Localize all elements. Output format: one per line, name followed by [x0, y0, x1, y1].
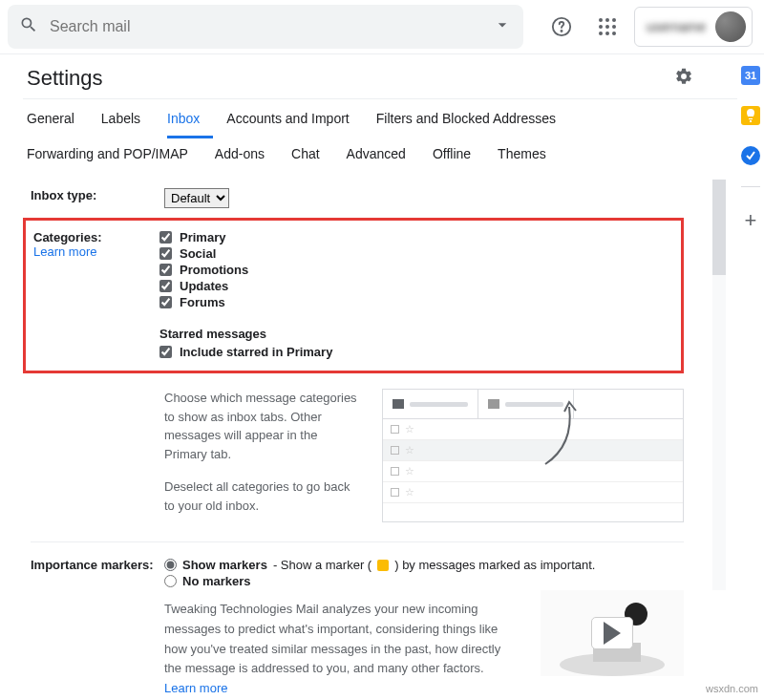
- category-social-label: Social: [180, 246, 216, 261]
- side-divider: [741, 186, 760, 187]
- svg-point-3: [605, 18, 609, 22]
- importance-learn-more-link[interactable]: Learn more: [164, 681, 227, 695]
- inbox-icon: [393, 399, 404, 409]
- tab-advanced[interactable]: Advanced: [347, 138, 419, 171]
- category-social-checkbox[interactable]: [159, 247, 172, 260]
- search-box[interactable]: [8, 5, 523, 49]
- svg-point-8: [599, 32, 603, 35]
- show-markers-text-2: ) by messages marked as important.: [394, 558, 595, 572]
- starred-heading: Starred messages: [159, 327, 673, 341]
- top-bar: username: [0, 0, 764, 53]
- svg-point-7: [612, 25, 616, 29]
- gear-icon[interactable]: [674, 67, 693, 90]
- tab-themes[interactable]: Themes: [498, 138, 560, 171]
- svg-point-2: [599, 18, 603, 22]
- play-icon: [604, 622, 621, 645]
- importance-marker-icon: [377, 560, 389, 571]
- categories-list: Primary Social Promotions Updates Forums: [159, 230, 673, 309]
- show-markers-label: Show markers: [182, 558, 267, 572]
- category-updates-checkbox[interactable]: [159, 280, 172, 292]
- side-panel: 31 +: [737, 54, 764, 700]
- importance-row: Importance markers: Show markers - Show …: [31, 552, 684, 700]
- settings-header: Settings: [23, 54, 737, 98]
- tab-general[interactable]: General: [27, 103, 88, 138]
- help-icon[interactable]: [542, 8, 581, 46]
- page-title: Settings: [27, 66, 103, 91]
- preview-tab-primary: [383, 390, 478, 418]
- preview-row: ☆: [383, 482, 683, 503]
- inbox-type-label: Inbox type:: [31, 188, 164, 202]
- svg-point-4: [612, 18, 616, 22]
- people-icon: [488, 399, 499, 409]
- show-markers-radio[interactable]: [164, 559, 177, 571]
- search-icon: [19, 15, 38, 38]
- categories-label: Categories:: [33, 230, 159, 244]
- tab-accounts[interactable]: Accounts and Import: [226, 103, 362, 138]
- settings-tabs: General Labels Inbox Accounts and Import…: [23, 99, 737, 171]
- categories-description-row: Choose which message categories to show …: [31, 389, 684, 522]
- tasks-icon[interactable]: [741, 146, 760, 165]
- importance-video-thumb[interactable]: [541, 590, 684, 676]
- add-addon-icon[interactable]: +: [745, 208, 757, 233]
- category-updates-label: Updates: [180, 279, 228, 293]
- tab-offline[interactable]: Offline: [433, 138, 484, 171]
- tab-chat[interactable]: Chat: [291, 138, 333, 171]
- watermark: wsxdn.com: [706, 683, 758, 694]
- account-name: username: [647, 19, 706, 34]
- keep-icon[interactable]: [741, 106, 760, 125]
- preview-row: ☆: [383, 461, 683, 482]
- category-primary-checkbox[interactable]: [159, 231, 172, 244]
- scrollbar[interactable]: [712, 180, 726, 590]
- scrollbar-thumb[interactable]: [712, 180, 726, 275]
- category-primary-label: Primary: [180, 230, 225, 244]
- search-options-icon[interactable]: [493, 15, 512, 38]
- topbar-right: username: [542, 7, 753, 47]
- preview-row: ☆: [383, 440, 683, 461]
- category-forums-checkbox[interactable]: [159, 296, 172, 308]
- no-markers-label: No markers: [182, 574, 251, 588]
- category-forums-label: Forums: [180, 295, 225, 309]
- importance-label: Importance markers:: [31, 558, 164, 572]
- svg-point-9: [605, 32, 609, 35]
- svg-point-6: [605, 25, 609, 29]
- search-input[interactable]: [50, 18, 493, 35]
- categories-desc-2: Deselect all categories to go back to yo…: [164, 477, 363, 515]
- calendar-icon[interactable]: 31: [741, 66, 760, 85]
- inbox-preview: ☆ ☆ ☆ ☆: [382, 389, 684, 522]
- categories-desc-1: Choose which message categories to show …: [164, 389, 363, 463]
- apps-icon[interactable]: [588, 8, 626, 46]
- inbox-type-row: Inbox type: Default: [31, 182, 684, 214]
- svg-point-1: [561, 31, 562, 32]
- tab-labels[interactable]: Labels: [101, 103, 154, 138]
- no-markers-radio[interactable]: [164, 575, 177, 587]
- categories-learn-more-link[interactable]: Learn more: [33, 244, 159, 259]
- show-markers-text-1: - Show a marker (: [273, 558, 371, 572]
- svg-point-5: [599, 25, 603, 29]
- preview-row: ☆: [383, 419, 683, 440]
- svg-point-10: [612, 32, 616, 35]
- arrow-icon: [536, 397, 593, 474]
- tab-filters[interactable]: Filters and Blocked Addresses: [376, 103, 569, 138]
- include-starred-checkbox[interactable]: [159, 346, 172, 358]
- tab-addons[interactable]: Add-ons: [215, 138, 278, 171]
- categories-highlight: Categories: Learn more Primary Social Pr…: [23, 218, 684, 373]
- importance-description: Tweaking Technologies Mail analyzes your…: [164, 600, 508, 699]
- tab-forwarding[interactable]: Forwarding and POP/IMAP: [27, 138, 202, 171]
- category-promotions-label: Promotions: [180, 263, 248, 277]
- avatar[interactable]: [715, 11, 746, 42]
- tab-inbox[interactable]: Inbox: [167, 103, 213, 138]
- section-divider: [31, 541, 684, 542]
- include-starred-label: Include starred in Primary: [180, 345, 332, 359]
- category-promotions-checkbox[interactable]: [159, 264, 172, 276]
- inbox-type-select[interactable]: Default: [164, 188, 229, 208]
- account-chip[interactable]: username: [634, 7, 753, 47]
- settings-body: Inbox type: Default Categories: Learn mo…: [23, 171, 737, 700]
